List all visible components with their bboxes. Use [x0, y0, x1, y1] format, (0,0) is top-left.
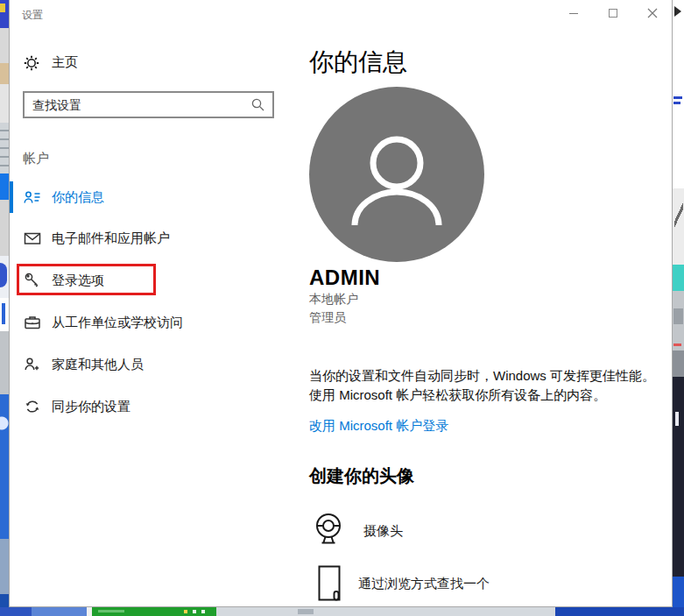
sidebar-item-label: 你的信息: [52, 189, 104, 206]
sync-icon: [24, 398, 41, 415]
desktop-fragment: [298, 609, 314, 614]
settings-search-box: [23, 91, 274, 118]
desktop-fragment: [32, 607, 87, 616]
switch-to-microsoft-account-link[interactable]: 改用 Microsoft 帐户登录: [309, 418, 448, 435]
desktop-fragment: [675, 412, 679, 426]
webcam-icon: [313, 512, 344, 550]
person-silhouette-icon: [309, 87, 484, 262]
desktop-fragment: [673, 0, 684, 188]
contact-card-icon: [24, 188, 41, 206]
browse-option[interactable]: 通过浏览方式查找一个: [316, 564, 490, 603]
desktop-fragment: [0, 173, 9, 200]
account-role: 管理员: [309, 310, 346, 326]
desktop-fragment: [0, 4, 5, 12]
avatar: [309, 87, 484, 262]
maximize-icon: [609, 9, 617, 18]
sidebar-item-label: 同步你的设置: [52, 399, 130, 415]
desktop-fragment: [673, 308, 683, 324]
window-title: 设置: [22, 8, 43, 23]
key-icon: [24, 272, 41, 289]
desktop-fragment: [673, 377, 684, 577]
browse-file-icon: [316, 564, 342, 603]
sidebar-section-header: 帐户: [23, 151, 49, 167]
sidebar-item-label: 登录选项: [52, 273, 104, 289]
desktop-fragment: [673, 102, 680, 104]
sidebar-item-label: 电子邮件和应用帐户: [52, 230, 170, 247]
sidebar-item-label: 从工作单位或学校访问: [52, 315, 183, 331]
minimize-icon: [569, 13, 578, 14]
desktop-fragment: [0, 331, 9, 394]
desktop-fragment: [0, 607, 32, 616]
desktop-fragment: [201, 610, 205, 613]
desktop-fragment: [193, 610, 196, 613]
search-input[interactable]: [25, 98, 250, 112]
desktop-fragment: [0, 410, 9, 436]
desktop-fragment: [0, 539, 9, 594]
browse-option-label: 通过浏览方式查找一个: [358, 576, 490, 592]
desktop-fragment: [184, 610, 187, 613]
sidebar-item-work-school[interactable]: 从工作单位或学校访问: [10, 305, 281, 340]
desktop-fragment: [0, 263, 7, 287]
search-icon[interactable]: [250, 97, 265, 112]
desktop-fragment: [555, 607, 684, 616]
maximize-button[interactable]: [593, 0, 632, 26]
desktop-fragment: [673, 265, 684, 291]
desktop-fragment: [98, 610, 124, 612]
camera-option[interactable]: 摄像头: [313, 512, 403, 550]
sidebar-item-label: 家庭和其他人员: [52, 357, 144, 373]
briefcase-icon: [24, 314, 41, 331]
sidebar-item-sync-settings[interactable]: 同步你的设置: [10, 389, 281, 424]
desktop-fragment: [673, 350, 684, 377]
camera-option-label: 摄像头: [363, 523, 403, 540]
minimize-button[interactable]: [554, 0, 593, 26]
desktop-fragment: [0, 200, 9, 256]
person-plus-icon: [24, 356, 41, 373]
desktop-fragment: [673, 343, 681, 346]
sidebar-item-email-accounts[interactable]: 电子邮件和应用帐户: [10, 221, 281, 256]
desktop-fragment: [673, 96, 682, 99]
desktop-fragment: [0, 63, 9, 84]
sidebar-item-family-others[interactable]: 家庭和其他人员: [10, 347, 281, 382]
mail-icon: [24, 230, 41, 247]
sidebar-home-label: 主页: [52, 54, 78, 71]
account-name: ADMIN: [309, 266, 380, 290]
gear-icon: [24, 55, 39, 71]
desktop-fragment: [0, 84, 9, 123]
close-button[interactable]: [632, 0, 672, 26]
desktop-fragment: [2, 303, 5, 324]
sidebar-item-home[interactable]: 主页: [24, 54, 78, 71]
selection-indicator: [10, 181, 13, 213]
desktop-fragment: [674, 6, 681, 17]
close-icon: [647, 8, 658, 18]
sync-description: 当你的设置和文件自动同步时，Windows 可发挥更佳性能。使用 Microso…: [309, 366, 659, 405]
desktop-fragment: [0, 28, 9, 63]
desktop-fragment: [0, 123, 9, 173]
desktop-fragment: [674, 200, 683, 235]
account-type: 本地帐户: [309, 292, 358, 308]
page-title: 你的信息: [309, 46, 407, 79]
sidebar-item-your-info[interactable]: 你的信息: [10, 180, 281, 215]
create-avatar-heading: 创建你的头像: [309, 464, 414, 488]
title-bar: 设置: [10, 0, 672, 28]
sidebar-item-signin-options[interactable]: 登录选项: [10, 263, 281, 298]
settings-window: 设置 主页: [9, 0, 673, 607]
desktop-fragment: [216, 607, 555, 616]
